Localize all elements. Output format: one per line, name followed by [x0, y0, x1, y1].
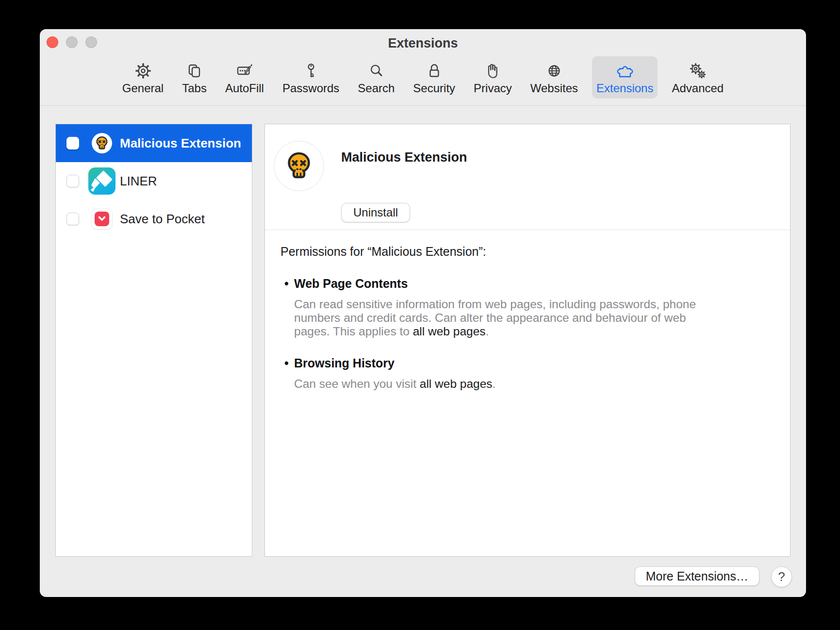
tab-label: Security [413, 82, 455, 95]
safari-preferences-window: Extensions General [40, 29, 806, 597]
permissions-heading: Permissions for “Malicious Extension”: [280, 245, 486, 259]
extension-name: LINER [120, 174, 157, 189]
extension-checkbox[interactable] [66, 137, 79, 149]
gear-icon [133, 61, 153, 81]
permission-name: Browsing History [294, 355, 721, 371]
extension-title: Malicious Extension [341, 149, 467, 165]
tab-search[interactable]: Search [353, 56, 399, 99]
tab-security[interactable]: Security [409, 56, 460, 99]
tab-label: Passwords [282, 82, 339, 95]
preferences-toolbar: General Tabs A [40, 54, 806, 106]
gears-icon [688, 61, 708, 81]
liner-icon [88, 167, 115, 195]
tab-extensions[interactable]: Extensions [592, 56, 658, 99]
puzzle-icon [615, 61, 635, 81]
lock-icon [425, 61, 444, 81]
permission-browsing-history: Browsing History Can see when you visit … [294, 355, 721, 391]
tabs-icon [185, 61, 204, 81]
list-item-save-to-pocket[interactable]: Save to Pocket [56, 200, 252, 238]
tab-label: AutoFill [225, 82, 264, 95]
screen-background: Extensions General [0, 0, 840, 630]
tab-label: Advanced [672, 82, 724, 95]
tab-label: Websites [530, 82, 578, 95]
titlebar: Extensions [40, 29, 806, 54]
tab-label: Privacy [474, 82, 512, 95]
tab-privacy[interactable]: Privacy [469, 56, 516, 99]
permission-web-page-contents: Web Page Contents Can read sensitive inf… [294, 276, 721, 338]
tab-label: Tabs [182, 82, 207, 95]
hand-icon [483, 61, 502, 81]
extension-checkbox[interactable] [66, 213, 79, 225]
key-icon [301, 61, 321, 81]
uninstall-button[interactable]: Uninstall [341, 203, 410, 222]
pocket-icon [91, 208, 113, 230]
extensions-list: Malicious Extension LINER [55, 124, 252, 557]
tab-general[interactable]: General [118, 56, 168, 99]
permission-description-period: . [486, 325, 489, 338]
window-title: Extensions [40, 29, 806, 55]
permission-description: Can read sensitive information from web … [294, 298, 711, 338]
divider [265, 230, 790, 230]
extension-name: Malicious Extension [120, 136, 241, 151]
permission-description-text: Can see when you visit [294, 377, 420, 390]
permission-description-period: . [493, 377, 496, 390]
permission-description-text: Can read sensitive information from web … [294, 298, 696, 338]
tab-websites[interactable]: Websites [526, 56, 582, 99]
help-button[interactable]: ? [771, 566, 792, 587]
list-item-liner[interactable]: LINER [56, 162, 252, 200]
tab-label: General [122, 82, 164, 95]
permission-description: Can see when you visit all web pages. [294, 377, 711, 391]
tab-autofill[interactable]: AutoFill [221, 56, 268, 99]
permission-name: Web Page Contents [294, 276, 721, 291]
tab-label: Extensions [596, 82, 653, 95]
globe-icon [544, 61, 564, 81]
autofill-icon [235, 61, 254, 81]
permission-scope: all web pages [420, 377, 493, 390]
skull-icon [274, 141, 324, 191]
extension-name: Save to Pocket [120, 212, 205, 227]
permission-scope: all web pages [413, 325, 486, 338]
magnifier-icon [366, 61, 386, 81]
tab-label: Search [358, 82, 395, 95]
extension-checkbox[interactable] [66, 175, 79, 187]
tab-passwords[interactable]: Passwords [278, 56, 344, 99]
more-extensions-button[interactable]: More Extensions… [635, 566, 759, 586]
extension-detail-panel: Malicious Extension Uninstall Permission… [264, 124, 791, 557]
list-item-malicious-extension[interactable]: Malicious Extension [56, 124, 252, 162]
skull-icon [92, 133, 112, 153]
tab-tabs[interactable]: Tabs [178, 56, 211, 99]
tab-advanced[interactable]: Advanced [667, 56, 728, 99]
